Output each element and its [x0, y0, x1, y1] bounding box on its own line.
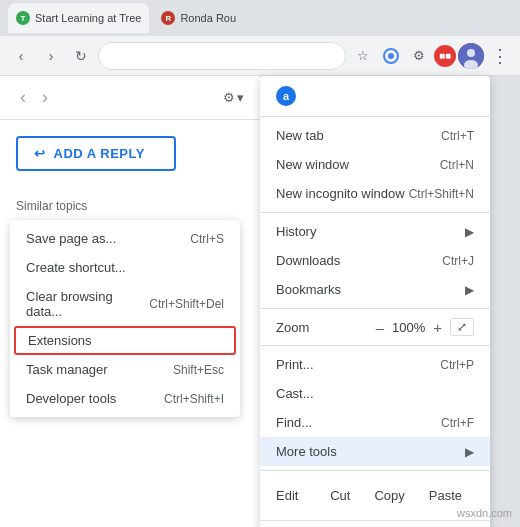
add-reply-label: ADD A REPLY [54, 146, 145, 161]
menu-item-devtools-label: Developer tools [26, 391, 164, 406]
menu-item-new-window-shortcut: Ctrl+N [440, 158, 474, 172]
menu-item-new-window-label: New window [276, 157, 440, 172]
bookmarks-arrow-icon: ▶ [465, 283, 474, 297]
more-tools-arrow-icon: ▶ [465, 445, 474, 459]
cut-button[interactable]: Cut [318, 482, 362, 509]
tab-1-favicon: T [16, 11, 30, 25]
copy-button[interactable]: Copy [362, 482, 416, 509]
tab-2[interactable]: R Ronda Rou [153, 3, 244, 33]
context-menu-left: Save page as... Ctrl+S Create shortcut..… [10, 220, 240, 417]
menu-item-find-shortcut: Ctrl+F [441, 416, 474, 430]
separator-3 [260, 308, 490, 309]
page-back[interactable]: ‹ [16, 83, 30, 112]
refresh-button[interactable]: ↻ [68, 43, 94, 69]
menu-item-incognito[interactable]: New incognito window Ctrl+Shift+N [260, 179, 490, 208]
menu-item-shortcut-label: Create shortcut... [26, 260, 224, 275]
page-forward[interactable]: › [38, 83, 52, 112]
menu-item-shortcut[interactable]: Create shortcut... [10, 253, 240, 282]
svg-point-3 [467, 49, 475, 57]
zoom-plus-button[interactable]: + [433, 319, 442, 336]
edit-actions: Cut Copy Paste [318, 482, 474, 509]
menu-item-downloads-shortcut: Ctrl+J [442, 254, 474, 268]
menu-item-find-label: Find... [276, 415, 441, 430]
separator-6 [260, 520, 490, 521]
chrome-icon[interactable] [378, 43, 404, 69]
browser-frame: T Start Learning at Tree R Ronda Rou ‹ ›… [0, 0, 520, 527]
menu-item-print-shortcut: Ctrl+P [440, 358, 474, 372]
menu-item-devtools-shortcut: Ctrl+Shift+I [164, 392, 224, 406]
menu-item-print[interactable]: Print... Ctrl+P [260, 350, 490, 379]
menu-item-task-manager[interactable]: Task manager Shift+Esc [10, 355, 240, 384]
extensions-icon[interactable]: ■■ [434, 45, 456, 67]
menu-item-devtools[interactable]: Developer tools Ctrl+Shift+I [10, 384, 240, 413]
menu-item-new-window[interactable]: New window Ctrl+N [260, 150, 490, 179]
menu-item-new-tab[interactable]: New tab Ctrl+T [260, 121, 490, 150]
separator-1 [260, 116, 490, 117]
separator-5 [260, 470, 490, 471]
settings-arrow-icon: ▾ [237, 90, 244, 105]
settings-gear-icon: ⚙ [223, 90, 235, 105]
menu-item-save[interactable]: Save page as... Ctrl+S [10, 224, 240, 253]
similar-topics-label: Similar topics [0, 187, 260, 221]
edit-label: Edit [276, 488, 318, 503]
menu-item-bookmarks[interactable]: Bookmarks ▶ [260, 275, 490, 304]
tab-1-label: Start Learning at Tree [35, 12, 141, 24]
menu-header: a [260, 80, 490, 112]
svg-point-1 [388, 53, 394, 59]
zoom-controls: – 100% + ⤢ [376, 318, 474, 336]
menu-item-downloads-label: Downloads [276, 253, 442, 268]
menu-item-print-label: Print... [276, 357, 440, 372]
zoom-minus-button[interactable]: – [376, 319, 384, 336]
forward-button[interactable]: › [38, 43, 64, 69]
tab-2-label: Ronda Rou [180, 12, 236, 24]
zoom-value: 100% [392, 320, 425, 335]
menu-item-task-manager-shortcut: Shift+Esc [173, 363, 224, 377]
edit-row: Edit Cut Copy Paste [260, 475, 490, 516]
menu-item-extensions[interactable]: Extensions [14, 326, 236, 355]
menu-item-clear-label: Clear browsing data... [26, 289, 149, 319]
context-menu-right: a New tab Ctrl+T New window Ctrl+N New i… [260, 76, 490, 527]
profile-avatar[interactable] [458, 43, 484, 69]
menu-item-downloads[interactable]: Downloads Ctrl+J [260, 246, 490, 275]
menu-item-save-label: Save page as... [26, 231, 190, 246]
page-nav-bar: ‹ › ⚙ ▾ [0, 76, 260, 120]
tab-2-favicon: R [161, 11, 175, 25]
menu-item-save-shortcut: Ctrl+S [190, 232, 224, 246]
menu-item-history[interactable]: History ▶ [260, 217, 490, 246]
zoom-expand-button[interactable]: ⤢ [450, 318, 474, 336]
menu-item-extensions-label: Extensions [28, 333, 222, 348]
reply-arrow-icon: ↩ [34, 146, 46, 161]
toolbar-icons: ☆ ⚙ ■■ ⋮ [350, 43, 512, 69]
menu-item-new-tab-label: New tab [276, 128, 441, 143]
menu-item-cast-label: Cast... [276, 386, 474, 401]
menu-item-more-tools-label: More tools [276, 444, 465, 459]
tab-1[interactable]: T Start Learning at Tree [8, 3, 149, 33]
menu-item-task-manager-label: Task manager [26, 362, 173, 377]
menu-avatar: a [276, 86, 296, 106]
menu-item-bookmarks-label: Bookmarks [276, 282, 465, 297]
add-reply-button[interactable]: ↩ ADD A REPLY [16, 136, 176, 171]
separator-4 [260, 345, 490, 346]
omnibox[interactable] [98, 42, 346, 70]
menu-item-clear[interactable]: Clear browsing data... Ctrl+Shift+Del [10, 282, 240, 326]
browser-toolbar: ‹ › ↻ ☆ ⚙ ■■ ⋮ [0, 36, 520, 76]
menu-item-find[interactable]: Find... Ctrl+F [260, 408, 490, 437]
history-arrow-icon: ▶ [465, 225, 474, 239]
menu-item-more-tools[interactable]: More tools ▶ [260, 437, 490, 466]
menu-item-clear-shortcut: Ctrl+Shift+Del [149, 297, 224, 311]
reply-section: ↩ ADD A REPLY [0, 120, 260, 187]
watermark: wsxdn.com [457, 507, 512, 519]
chrome-menu-button[interactable]: ⋮ [486, 43, 512, 69]
menu-item-new-tab-shortcut: Ctrl+T [441, 129, 474, 143]
separator-2 [260, 212, 490, 213]
gear-icon[interactable]: ⚙ [406, 43, 432, 69]
zoom-row: Zoom – 100% + ⤢ [260, 313, 490, 341]
page-settings[interactable]: ⚙ ▾ [223, 90, 244, 105]
back-button[interactable]: ‹ [8, 43, 34, 69]
zoom-label: Zoom [276, 320, 309, 335]
menu-item-cast[interactable]: Cast... [260, 379, 490, 408]
paste-button[interactable]: Paste [417, 482, 474, 509]
menu-item-incognito-shortcut: Ctrl+Shift+N [409, 187, 474, 201]
menu-item-incognito-label: New incognito window [276, 186, 409, 201]
star-icon[interactable]: ☆ [350, 43, 376, 69]
